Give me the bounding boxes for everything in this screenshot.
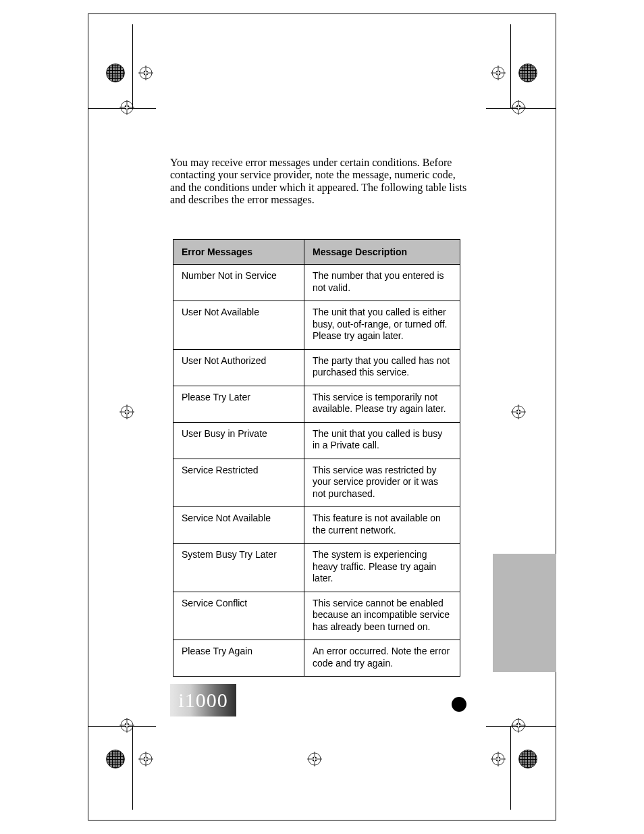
svg-rect-29 <box>125 411 130 413</box>
error-name: Please Try Again <box>173 640 304 677</box>
table-row: User Busy in PrivateThe unit that you ca… <box>173 422 460 459</box>
registration-mark-icon <box>511 100 526 115</box>
intro-paragraph: You may receive error messages under cer… <box>170 157 471 207</box>
table-row: User Not AvailableThe unit that you call… <box>173 301 460 350</box>
globe-ornament-icon <box>106 63 125 82</box>
registration-mark-icon <box>138 66 153 80</box>
table-header-row: Error Messages Message Description <box>173 240 460 265</box>
error-name: Service Conflict <box>173 592 304 640</box>
error-desc: The system is experiencing heavy traffic… <box>304 544 460 592</box>
table-row: User Not AuthorizedThe party that you ca… <box>173 349 460 386</box>
svg-rect-47 <box>516 725 521 726</box>
globe-ornament-icon <box>518 63 537 82</box>
table-row: Please Try LaterThis service is temporar… <box>173 386 460 422</box>
crop-mark <box>132 726 133 810</box>
registration-mark-icon <box>491 752 506 766</box>
table-row: Please Try AgainAn error occurred. Note … <box>173 640 460 677</box>
svg-rect-35 <box>516 411 521 413</box>
error-desc: This feature is not available on the cur… <box>304 507 460 544</box>
globe-ornament-icon <box>106 750 125 768</box>
svg-rect-23 <box>516 107 521 108</box>
registration-mark-icon <box>119 718 134 733</box>
svg-rect-65 <box>313 758 317 760</box>
registration-mark-icon <box>119 405 134 419</box>
svg-rect-59 <box>496 758 501 760</box>
error-desc: The number that you entered is not valid… <box>304 265 460 301</box>
table-row: Service ConflictThis service cannot be e… <box>173 592 460 640</box>
svg-rect-11 <box>496 72 501 74</box>
error-desc: The party that you called has not purcha… <box>304 349 460 386</box>
error-messages-table: Error Messages Message Description Numbe… <box>173 239 460 677</box>
svg-rect-53 <box>144 758 149 760</box>
error-name: Please Try Later <box>173 386 304 422</box>
table-row: Service RestrictedThis service was restr… <box>173 459 460 507</box>
crop-mark <box>510 24 511 108</box>
error-name: Service Restricted <box>173 459 304 507</box>
col-header-error: Error Messages <box>173 240 304 265</box>
svg-rect-41 <box>125 725 130 726</box>
crop-mark <box>510 726 511 810</box>
error-desc: This service cannot be enabled because a… <box>304 592 460 640</box>
error-name: User Not Available <box>173 301 304 350</box>
crop-mark <box>132 24 133 108</box>
registration-mark-icon <box>511 718 526 733</box>
error-desc: The unit that you called is busy in a Pr… <box>304 422 460 459</box>
svg-rect-17 <box>125 107 130 108</box>
table-row: System Busy Try LaterThe system is exper… <box>173 544 460 592</box>
error-name: Number Not in Service <box>173 265 304 301</box>
error-desc: An error occurred. Note the error code a… <box>304 640 460 677</box>
svg-rect-5 <box>144 72 149 74</box>
registration-mark-icon <box>307 752 322 766</box>
error-name: Service Not Available <box>173 507 304 544</box>
error-desc: The unit that you called is either busy,… <box>304 301 460 350</box>
error-name: User Busy in Private <box>173 422 304 459</box>
table-row: Service Not AvailableThis feature is not… <box>173 507 460 544</box>
registration-mark-icon <box>138 752 153 766</box>
thumb-tab <box>493 554 556 672</box>
registration-mark-icon <box>119 100 134 115</box>
globe-ornament-icon <box>518 750 537 768</box>
page-marker-dot-icon <box>452 697 466 712</box>
error-name: User Not Authorized <box>173 349 304 386</box>
error-desc: This service is temporarily not availabl… <box>304 386 460 422</box>
col-header-description: Message Description <box>304 240 460 265</box>
table-row: Number Not in ServiceThe number that you… <box>173 265 460 301</box>
registration-mark-icon <box>491 66 506 80</box>
error-name: System Busy Try Later <box>173 544 304 592</box>
registration-mark-icon <box>511 405 526 419</box>
model-badge: i1000 <box>170 684 236 716</box>
error-desc: This service was restricted by your serv… <box>304 459 460 507</box>
